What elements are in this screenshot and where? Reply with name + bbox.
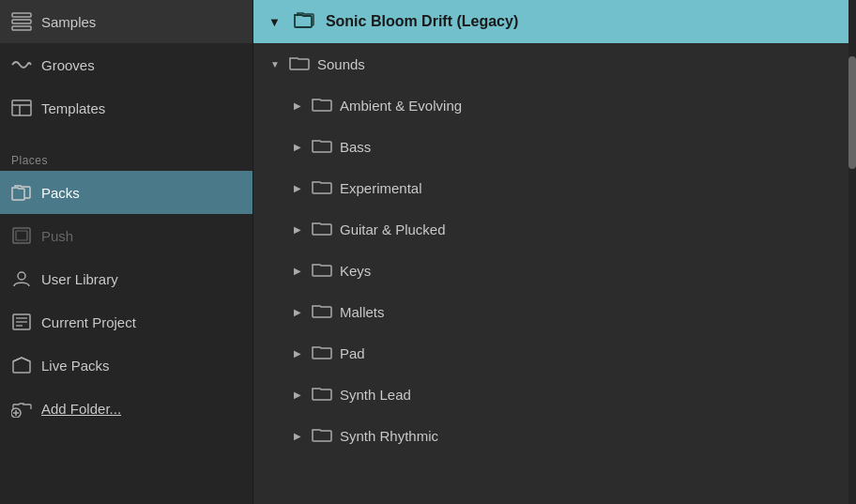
- sounds-folder-icon: [289, 54, 310, 74]
- mallets-folder-icon: [312, 302, 332, 322]
- keys-label: Keys: [340, 263, 371, 279]
- sidebar-templates-label: Templates: [41, 100, 105, 116]
- sidebar-item-samples[interactable]: Samples: [0, 0, 252, 43]
- pack-icon: [290, 9, 316, 34]
- sidebar-push-label: Push: [41, 228, 73, 244]
- sidebar-add-folder-label: Add Folder...: [41, 401, 121, 417]
- ambient-arrow[interactable]: ▶: [291, 99, 304, 112]
- grooves-icon: [11, 54, 32, 75]
- synth-rhythmic-arrow[interactable]: ▶: [291, 429, 304, 442]
- sidebar-samples-label: Samples: [41, 14, 96, 30]
- tree-row-pad[interactable]: ▶ Pad: [253, 332, 856, 374]
- tree-row-bass[interactable]: ▶ Bass: [253, 126, 856, 167]
- svg-rect-7: [12, 100, 31, 115]
- main-content: ▼ Sonic Bloom Drift (Legacy) ▼ Sounds ▶: [253, 0, 856, 504]
- sidebar-user-library-label: User Library: [41, 271, 118, 287]
- sidebar-live-packs-label: Live Packs: [41, 358, 110, 374]
- push-icon: [11, 225, 32, 246]
- sounds-label: Sounds: [317, 56, 365, 72]
- bass-folder-icon: [312, 137, 332, 157]
- pad-folder-icon: [312, 344, 332, 363]
- guitar-label: Guitar & Plucked: [340, 221, 446, 237]
- pad-arrow[interactable]: ▶: [291, 346, 304, 359]
- sidebar-item-add-folder[interactable]: Add Folder...: [0, 387, 252, 430]
- add-folder-icon: [11, 398, 32, 419]
- live-packs-icon: [11, 355, 32, 375]
- tree-row-synth-rhythmic[interactable]: ▶ Synth Rhythmic: [253, 415, 856, 456]
- sidebar-item-push[interactable]: Push: [0, 214, 252, 257]
- spacer-1: [0, 130, 252, 145]
- scrollbar-thumb[interactable]: [848, 56, 856, 169]
- tree-row-keys[interactable]: ▶ Keys: [253, 250, 856, 291]
- sidebar-item-grooves[interactable]: Grooves: [0, 43, 252, 86]
- synth-rhythmic-label: Synth Rhythmic: [340, 428, 438, 444]
- scrollbar-track: [848, 0, 856, 504]
- places-section-label: Places: [0, 145, 252, 171]
- mallets-label: Mallets: [340, 304, 385, 320]
- sidebar-grooves-label: Grooves: [41, 57, 95, 73]
- packs-icon: [11, 182, 32, 203]
- sidebar-item-live-packs[interactable]: Live Packs: [0, 344, 252, 387]
- sidebar: Samples Grooves Templates Places: [0, 0, 253, 504]
- selected-pack-row[interactable]: ▼ Sonic Bloom Drift (Legacy): [253, 0, 856, 43]
- tree-container: ▼ Sounds ▶ Ambient & Evolving ▶: [253, 43, 856, 504]
- ambient-label: Ambient & Evolving: [340, 98, 462, 114]
- tree-row-sounds[interactable]: ▼ Sounds: [253, 43, 856, 84]
- svg-rect-0: [12, 13, 31, 17]
- synth-lead-label: Synth Lead: [340, 387, 411, 403]
- tree-row-experimental[interactable]: ▶ Experimental: [253, 167, 856, 208]
- sidebar-packs-label: Packs: [41, 185, 80, 201]
- sidebar-item-user-library[interactable]: User Library: [0, 257, 252, 300]
- svg-rect-2: [12, 26, 31, 30]
- user-library-icon: [11, 268, 32, 289]
- sidebar-item-packs[interactable]: Packs: [0, 171, 252, 214]
- bass-arrow[interactable]: ▶: [291, 140, 304, 153]
- pack-expand-arrow[interactable]: ▼: [268, 15, 281, 29]
- current-project-icon: [11, 312, 32, 332]
- synth-lead-arrow[interactable]: ▶: [291, 388, 304, 401]
- samples-icon: [11, 11, 32, 32]
- guitar-folder-icon: [312, 220, 332, 239]
- experimental-arrow[interactable]: ▶: [291, 181, 304, 194]
- guitar-arrow[interactable]: ▶: [291, 222, 304, 236]
- selected-pack-label: Sonic Bloom Drift (Legacy): [326, 13, 518, 30]
- pad-label: Pad: [340, 345, 365, 361]
- experimental-label: Experimental: [340, 180, 422, 196]
- mallets-arrow[interactable]: ▶: [291, 305, 304, 318]
- keys-arrow[interactable]: ▶: [291, 264, 304, 277]
- templates-icon: [11, 98, 32, 118]
- experimental-folder-icon: [312, 178, 332, 198]
- svg-point-12: [18, 272, 25, 280]
- sidebar-current-project-label: Current Project: [41, 314, 136, 330]
- sidebar-item-templates[interactable]: Templates: [0, 86, 252, 130]
- svg-rect-1: [12, 20, 31, 23]
- tree-row-ambient[interactable]: ▶ Ambient & Evolving: [253, 84, 856, 126]
- bass-label: Bass: [340, 139, 371, 155]
- svg-rect-11: [16, 231, 27, 240]
- ambient-folder-icon: [312, 96, 332, 115]
- tree-row-guitar[interactable]: ▶ Guitar & Plucked: [253, 208, 856, 250]
- sidebar-item-current-project[interactable]: Current Project: [0, 300, 252, 344]
- synth-lead-folder-icon: [312, 385, 332, 405]
- tree-row-synth-lead[interactable]: ▶ Synth Lead: [253, 374, 856, 415]
- synth-rhythmic-folder-icon: [312, 426, 332, 446]
- keys-folder-icon: [312, 261, 332, 281]
- tree-row-mallets[interactable]: ▶ Mallets: [253, 291, 856, 332]
- sounds-arrow[interactable]: ▼: [268, 57, 282, 70]
